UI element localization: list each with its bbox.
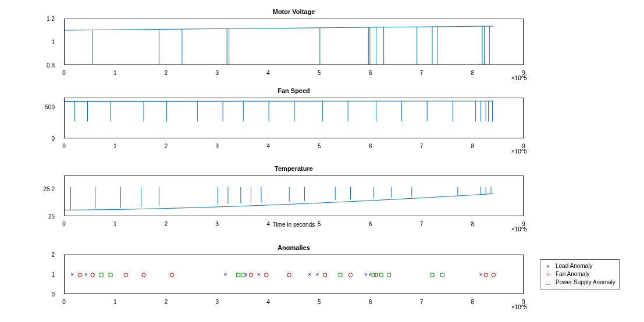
subplot-motor-voltage: Motor Voltage 0.811.2 0123456789 ×10^5 bbox=[64, 19, 524, 65]
x-tick-label: 8 bbox=[471, 143, 474, 149]
svg-rect-88 bbox=[387, 273, 390, 277]
y-tick-label: 0.8 bbox=[47, 62, 55, 69]
x-tick-label: 0 bbox=[62, 143, 66, 149]
x-tick-label: 1 bbox=[113, 70, 117, 76]
figure: Motor Voltage 0.811.2 0123456789 ×10^5 F… bbox=[0, 0, 644, 322]
x-tick-label: 4 bbox=[266, 70, 270, 76]
svg-rect-87 bbox=[379, 273, 383, 277]
svg-rect-83 bbox=[236, 273, 240, 277]
x-tick-label: 0 bbox=[62, 70, 66, 76]
x-tick-label: 4 bbox=[266, 143, 270, 149]
y-tick-label: 0 bbox=[51, 135, 55, 142]
legend-marker-s-icon: □ bbox=[544, 278, 552, 287]
x-axis-exponent: ×10^5 bbox=[511, 75, 527, 81]
x-tick-label: 8 bbox=[471, 299, 474, 305]
svg-point-74 bbox=[265, 273, 268, 277]
svg-rect-90 bbox=[441, 273, 444, 277]
y-tick-label: 0 bbox=[51, 291, 55, 298]
x-tick-label: 6 bbox=[369, 299, 372, 305]
x-tick-label: 4 bbox=[266, 299, 270, 305]
svg-point-70 bbox=[124, 273, 127, 277]
line-plot bbox=[65, 176, 524, 216]
legend-label: Load Anomaly bbox=[556, 262, 592, 270]
svg-text:×: × bbox=[70, 271, 74, 278]
svg-point-77 bbox=[348, 273, 352, 277]
x-tick-label: 7 bbox=[420, 299, 424, 305]
x-axis-exponent: ×10^5 bbox=[511, 148, 527, 155]
subplot-title: Temperature bbox=[64, 165, 524, 172]
legend-item-fan: ○ Fan Anomaly bbox=[544, 270, 615, 278]
x-tick-label: 6 bbox=[369, 70, 372, 76]
svg-point-71 bbox=[142, 273, 145, 277]
x-tick-label: 5 bbox=[318, 143, 321, 149]
x-tick-label: 0 bbox=[62, 299, 66, 305]
x-tick-label: 1 bbox=[113, 299, 117, 305]
svg-text:×: × bbox=[308, 271, 311, 278]
svg-point-73 bbox=[249, 273, 252, 277]
svg-point-76 bbox=[323, 273, 326, 277]
svg-point-79 bbox=[484, 273, 488, 277]
legend-item-load: × Load Anomaly bbox=[544, 262, 615, 270]
x-tick-label: 3 bbox=[216, 70, 219, 76]
svg-rect-89 bbox=[430, 273, 434, 277]
x-tick-label: 5 bbox=[318, 70, 321, 76]
subplot-title: Anomalies bbox=[64, 244, 524, 251]
x-tick-label: 8 bbox=[471, 70, 474, 76]
x-tick-label: 7 bbox=[420, 70, 424, 76]
subplot-title: Motor Voltage bbox=[64, 8, 524, 15]
x-tick-label: 1 bbox=[113, 143, 117, 149]
subplot-anomalies: Anomalies ×××××××××× 012 0123456789 ×10^… bbox=[64, 255, 524, 294]
svg-rect-82 bbox=[109, 273, 112, 277]
legend-label: Fan Anomaly bbox=[556, 270, 589, 278]
y-tick-label: 500 bbox=[45, 104, 55, 110]
x-axis-exponent: ×10^5 bbox=[511, 304, 527, 310]
y-tick-label: 2 bbox=[51, 252, 55, 258]
y-tick-label: 1 bbox=[51, 271, 55, 278]
x-tick-label: 7 bbox=[420, 143, 424, 149]
svg-point-72 bbox=[170, 273, 173, 277]
plot-area: ×××××××××× bbox=[64, 255, 524, 294]
y-tick-label: 1 bbox=[51, 39, 55, 45]
svg-point-68 bbox=[78, 273, 81, 277]
x-tick-label: 5 bbox=[318, 299, 321, 305]
subplot-fan-speed: Fan Speed 0500 0123456789 ×10^5 bbox=[64, 98, 524, 138]
scatter-plot: ×××××××××× bbox=[65, 255, 524, 294]
legend-marker-x-icon: × bbox=[544, 262, 552, 270]
line-plot bbox=[65, 98, 524, 138]
svg-text:×: × bbox=[257, 271, 261, 278]
y-tick-label: 25.2 bbox=[44, 186, 55, 192]
x-tick-label: 6 bbox=[369, 143, 372, 149]
legend: × Load Anomaly ○ Fan Anomaly □ Power Sup… bbox=[540, 259, 620, 289]
svg-text:×: × bbox=[368, 271, 372, 278]
svg-text:×: × bbox=[316, 271, 319, 278]
svg-point-69 bbox=[91, 273, 94, 277]
plot-area bbox=[64, 98, 524, 138]
x-tick-label: 2 bbox=[165, 143, 168, 149]
svg-text:×: × bbox=[84, 271, 88, 278]
plot-area bbox=[64, 176, 524, 216]
line-plot bbox=[65, 19, 524, 65]
plot-area bbox=[64, 19, 524, 65]
x-tick-label: 2 bbox=[165, 299, 168, 305]
svg-text:×: × bbox=[364, 271, 368, 278]
legend-item-power: □ Power Supply Anomaly bbox=[544, 278, 615, 287]
x-tick-label: 3 bbox=[216, 143, 219, 149]
y-tick-label: 25 bbox=[48, 213, 55, 220]
svg-point-80 bbox=[492, 273, 495, 277]
svg-text:×: × bbox=[479, 271, 482, 278]
y-tick-label: 1.2 bbox=[47, 16, 55, 22]
legend-label: Power Supply Anomaly bbox=[556, 278, 615, 287]
svg-text:×: × bbox=[224, 271, 227, 278]
x-axis-label: Time in seconds bbox=[64, 221, 524, 228]
svg-rect-85 bbox=[339, 273, 342, 277]
subplot-temperature: Temperature 2525.2 0123456789 ×10^5 Time… bbox=[64, 176, 524, 216]
legend-marker-o-icon: ○ bbox=[544, 270, 552, 278]
x-tick-label: 3 bbox=[216, 299, 219, 305]
svg-point-78 bbox=[374, 273, 378, 277]
svg-point-75 bbox=[287, 273, 291, 277]
subplot-title: Fan Speed bbox=[64, 87, 524, 94]
svg-rect-81 bbox=[99, 273, 103, 277]
x-tick-label: 2 bbox=[165, 70, 168, 76]
